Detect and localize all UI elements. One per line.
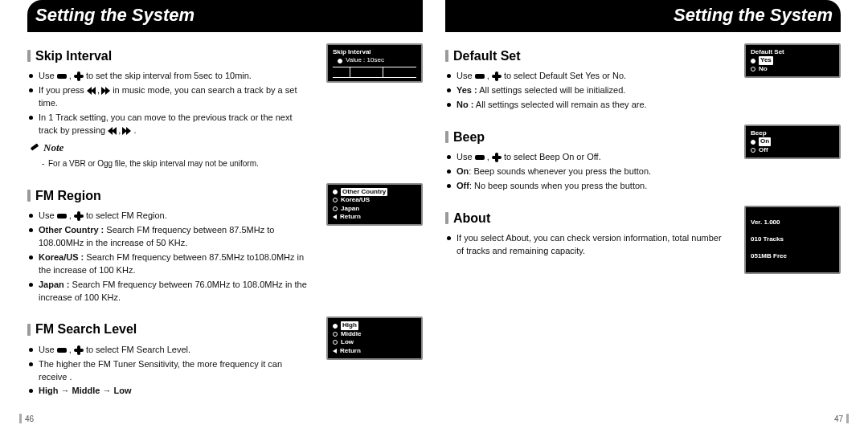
beep-b2: On: Beep sounds whenever you press the b…: [447, 165, 728, 178]
section-about: About If you select About, you can check…: [445, 206, 841, 274]
pencil-icon: [31, 143, 40, 153]
minus-icon: [475, 74, 485, 79]
about-title: About: [445, 209, 728, 227]
page-right: Setting the System Default Set Use , to …: [434, 0, 868, 433]
beep-b3: Off: No beep sounds when you press the b…: [447, 180, 728, 193]
fmsearch-b2: The higher the FM Tuner Sensitivity, the…: [29, 358, 310, 384]
note-block: Note For a VBR or Ogg file, the skip int…: [31, 141, 310, 170]
header-title-right: Setting the System: [674, 5, 833, 25]
section-skip-interval: Skip Interval Use , to set the skip inte…: [27, 43, 423, 172]
skip-note1: For a VBR or Ogg file, the skip interval…: [42, 158, 310, 170]
page-spread: Setting the System Skip Interval Use , t…: [0, 0, 868, 433]
beep-b1: Use , to select Beep On or Off.: [447, 151, 728, 164]
page-left: Setting the System Skip Interval Use , t…: [0, 0, 434, 433]
shot-about: Ver. 1.000 010 Tracks 051MB Free: [744, 206, 841, 274]
plus-icon: [74, 71, 84, 81]
page-number-right: 47: [834, 414, 849, 423]
section-beep: Beep Use , to select Beep On or Off. On:…: [445, 125, 841, 194]
minus-icon: [57, 74, 67, 79]
next-icon: [102, 87, 110, 95]
fmsearch-b1: Use , to select FM Search Level.: [29, 344, 310, 357]
content-left: Skip Interval Use , to set the skip inte…: [27, 43, 423, 433]
page-number-left: 46: [19, 414, 34, 423]
skip-b3: In 1 Track setting, you can move to the …: [29, 112, 310, 137]
minus-icon: [57, 214, 67, 219]
skip-title: Skip Interval: [27, 47, 310, 65]
defaultset-b3: No : All settings selected will remain a…: [447, 99, 728, 112]
prev-icon: [108, 127, 116, 135]
fmregion-title: FM Region: [27, 186, 310, 205]
header-right: Setting the System: [445, 0, 841, 32]
fmregion-b3: Korea/US : Search FM frequency between 8…: [29, 251, 310, 277]
plus-icon: [74, 345, 84, 355]
header-left: Setting the System: [27, 0, 423, 32]
shot-default-set: Default Set Yes No: [744, 43, 841, 78]
fmregion-b4: Japan : Search FM frequency between 76.0…: [29, 279, 310, 304]
fmsearch-title: FM Search Level: [27, 320, 310, 338]
beep-title: Beep: [445, 128, 728, 146]
plus-icon: [74, 211, 84, 221]
skip-b1: Use , to set the skip interval from 5sec…: [29, 70, 310, 83]
about-b1: If you select About, you can check versi…: [447, 232, 728, 258]
section-default-set: Default Set Use , to select Default Set …: [445, 43, 841, 113]
header-title-left: Setting the System: [35, 5, 194, 25]
section-fm-search-level: FM Search Level Use , to select FM Searc…: [27, 317, 423, 399]
return-icon: [333, 214, 337, 219]
return-icon: [333, 349, 337, 353]
content-right: Default Set Use , to select Default Set …: [445, 43, 841, 433]
fmregion-b1: Use , to select FM Region.: [29, 210, 310, 223]
plus-icon: [492, 153, 502, 162]
next-icon: [123, 127, 131, 135]
shot-fm-search-level: High Middle Low Return: [326, 317, 423, 360]
fmregion-b2: Other Country : Search FM frequency betw…: [29, 224, 310, 250]
skip-b2: If you press , in music mode, you can se…: [29, 84, 310, 110]
shot-beep: Beep On Off: [744, 125, 841, 159]
defaultset-b2: Yes : All settings selected will be init…: [447, 84, 728, 97]
defaultset-b1: Use , to select Default Set Yes or No.: [447, 70, 728, 83]
section-fm-region: FM Region Use , to select FM Region. Oth…: [27, 183, 423, 306]
minus-icon: [57, 348, 67, 353]
minus-icon: [475, 155, 485, 160]
shot-fm-region: Other Country Korea/US Japan Return: [326, 183, 423, 227]
plus-icon: [492, 71, 502, 81]
fmsearch-b3: High → Middle → Low: [29, 385, 310, 398]
shot-skip-interval: Skip Interval Value : 10sec: [326, 43, 423, 83]
defaultset-title: Default Set: [445, 47, 728, 65]
prev-icon: [87, 87, 95, 95]
